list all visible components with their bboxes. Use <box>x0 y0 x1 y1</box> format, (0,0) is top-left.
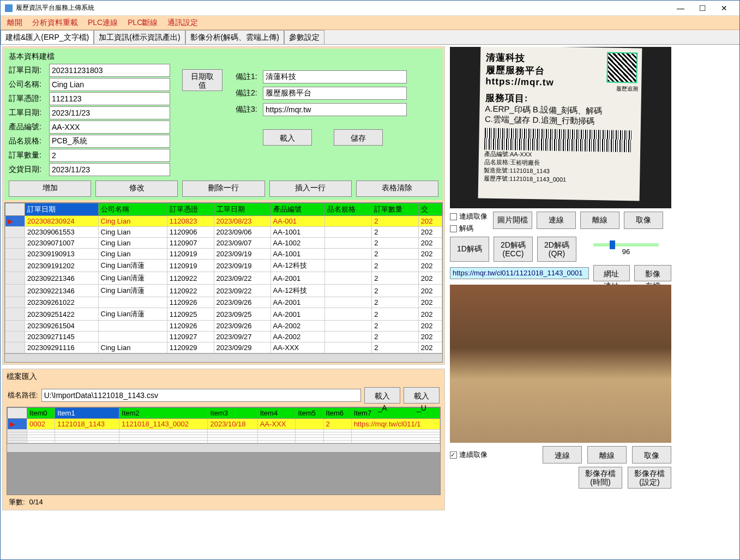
date-fetch-button[interactable]: 日期取值 <box>182 69 222 91</box>
lbl-prod-no: 產品編號: <box>9 122 48 132</box>
lbl-path: 檔名路徑: <box>8 390 38 400</box>
input-note3[interactable] <box>263 103 407 116</box>
image-save-button[interactable]: 影像存檔 <box>634 265 671 281</box>
table-row[interactable]: 202309071007Cing Lian11209072023/09/07AA… <box>5 238 442 249</box>
connect-button-2[interactable]: 連線 <box>543 446 582 463</box>
maximize-button[interactable]: ☐ <box>691 1 713 15</box>
url-link-button[interactable]: 網址連結 <box>593 265 630 281</box>
input-order-date[interactable] <box>49 64 170 77</box>
menu-reload[interactable]: 分析資料重載 <box>32 18 78 28</box>
table-row[interactable]: 202309221346Cing Lian清蓮11209222023/09/22… <box>5 285 442 297</box>
decode-result: https://mqr.tw/cl011/1121018_1143_0001 <box>450 267 589 279</box>
input-note2[interactable] <box>263 87 407 100</box>
lbl-order-date: 訂單日期: <box>9 65 48 75</box>
main-grid-scrollbar[interactable] <box>5 353 442 362</box>
decode-1d-button[interactable]: 1D解碼 <box>450 237 489 262</box>
camera-preview-2 <box>450 285 671 443</box>
tab-build-import[interactable]: 建檔&匯入(ERP_文字檔) <box>1 30 94 44</box>
qr-caption: 履歷追溯 <box>616 85 638 93</box>
clear-grid-button[interactable]: 表格清除 <box>356 180 438 197</box>
basic-title: 基本資料建檔 <box>9 52 438 62</box>
lbl-note3: 備註3: <box>236 105 262 115</box>
open-image-button[interactable]: 圖片開檔 <box>493 212 532 229</box>
connect-button[interactable]: 連線 <box>537 212 576 229</box>
input-note1[interactable] <box>263 70 407 83</box>
tab-image-analysis[interactable]: 影像分析(解碼、雲端上傳) <box>185 30 284 44</box>
menu-plc-disconnect[interactable]: PLC斷線 <box>128 18 158 28</box>
input-company[interactable] <box>49 78 170 91</box>
capture-button[interactable]: 取像 <box>624 212 663 229</box>
lbl-note2: 備註2: <box>236 88 262 98</box>
table-row[interactable]: 202309291116Cing Lian11209292023/09/29AA… <box>5 342 442 353</box>
label-preview: 履歷追溯 清蓮科技 履歷服務平台 https://mqr.tw 服務項目: A.… <box>450 47 671 208</box>
lbl-work-date: 工單日期: <box>9 108 48 118</box>
tab-process-info[interactable]: 加工資訊(標示資訊產出) <box>94 30 185 44</box>
input-prod-no[interactable] <box>49 121 170 134</box>
input-work-date[interactable] <box>49 106 170 119</box>
image-save-time-button[interactable]: 影像存檔 (時間) <box>579 467 622 489</box>
app-icon <box>5 4 13 12</box>
add-row-button[interactable]: 增加 <box>9 180 91 197</box>
insert-row-button[interactable]: 插入一行 <box>269 180 352 197</box>
tabbar: 建檔&匯入(ERP_文字檔) 加工資訊(標示資訊產出) 影像分析(解碼、雲端上傳… <box>1 30 739 45</box>
table-row[interactable]: ▶00021121018_11431121018_1143_00022023/1… <box>8 419 440 430</box>
import-grid[interactable]: Item0Item1Item2Item3Item4Item5Item6Item7… <box>7 407 441 495</box>
chk-continuous-capture-2[interactable]: 連續取像 <box>450 450 488 460</box>
input-path[interactable] <box>41 389 361 402</box>
decode-2d-qr-button[interactable]: 2D解碼 (QR) <box>537 237 576 262</box>
window-title: 履歷資訊平台服務上傳系統 <box>16 3 670 13</box>
load-button[interactable]: 載入 <box>263 129 312 146</box>
image-save-setting-button[interactable]: 影像存檔 (設定) <box>628 467 671 489</box>
input-deliver[interactable] <box>49 163 170 176</box>
chk-decode[interactable]: 解碼 <box>450 224 488 233</box>
file-import-panel: 檔案匯入 檔名路徑: 載入_A 載入_U Item0Item1Item2Item… <box>2 369 445 510</box>
titlebar: 履歷資訊平台服務上傳系統 — ☐ ✕ <box>1 1 739 16</box>
table-row[interactable]: 202309190913Cing Lian11209192023/09/19AA… <box>5 249 442 260</box>
input-voucher[interactable] <box>49 92 170 105</box>
import-grid-scrollbar[interactable] <box>7 443 440 452</box>
input-spec[interactable] <box>49 135 170 148</box>
basic-panel: 基本資料建檔 訂單日期: 公司名稱: 訂單憑證: 工單日期: 產品編號: 品名規… <box>2 46 445 365</box>
save-button[interactable]: 儲存 <box>334 129 383 146</box>
table-row[interactable]: 20230926102211209262023/09/26AA-20012202 <box>5 297 442 308</box>
lbl-voucher: 訂單憑證: <box>9 94 48 104</box>
load-u-button[interactable]: 載入_U <box>404 387 440 404</box>
lbl-deliver: 交貨日期: <box>9 165 48 174</box>
disconnect-button-2[interactable]: 離線 <box>587 446 627 463</box>
edit-row-button[interactable]: 修改 <box>95 180 178 197</box>
table-row[interactable]: 20230927114511209272023/09/27AA-20022202 <box>5 332 442 342</box>
input-qty[interactable] <box>49 149 170 162</box>
disconnect-button[interactable]: 離線 <box>580 212 619 229</box>
lbl-qty: 訂單數量: <box>9 150 48 160</box>
decode-2d-ecc-button[interactable]: 2D解碼 (ECC) <box>494 237 533 262</box>
qr-icon <box>606 52 637 83</box>
file-import-title: 檔案匯入 <box>4 371 443 383</box>
tab-param-settings[interactable]: 參數設定 <box>284 30 324 44</box>
table-row[interactable]: 202309251422Cing Lian清蓮11209252023/09/25… <box>5 308 442 321</box>
count-label: 筆數: <box>9 498 25 506</box>
slider-value: 96 <box>622 248 630 256</box>
count-value: 0/14 <box>29 498 43 506</box>
menu-plc-connect[interactable]: PLC連線 <box>88 18 118 28</box>
table-row[interactable]: 202309191202Cing Lian清蓮11209192023/09/19… <box>5 260 442 272</box>
lbl-spec: 品名規格: <box>9 136 48 146</box>
lbl-company: 公司名稱: <box>9 80 48 89</box>
menu-comm-settings[interactable]: 通訊設定 <box>167 18 198 28</box>
barcode-icon <box>484 128 632 153</box>
chk-continuous-capture[interactable]: 連續取像 <box>450 212 488 221</box>
minimize-button[interactable]: — <box>670 1 691 15</box>
threshold-slider[interactable] <box>593 243 659 246</box>
main-grid[interactable]: 訂單日期公司名稱訂單憑證工單日期產品編號品名規格訂單數量交▶2023082309… <box>4 202 443 363</box>
table-row[interactable]: 20230926150411209262023/09/26AA-20022202 <box>5 321 442 332</box>
menu-exit[interactable]: 離開 <box>7 18 22 28</box>
lbl-note1: 備註1: <box>236 72 262 82</box>
menubar: 離開 分析資料重載 PLC連線 PLC斷線 通訊設定 <box>1 16 739 30</box>
table-row[interactable]: 202309061553Cing Lian11209062023/09/06AA… <box>5 227 442 238</box>
load-a-button[interactable]: 載入_A <box>364 387 400 404</box>
table-row[interactable]: ▶202308230924Cing Lian11208232023/08/23A… <box>5 216 442 227</box>
capture-button-2[interactable]: 取像 <box>632 446 671 463</box>
table-row[interactable]: 202309221346Cing Lian清蓮11209222023/09/22… <box>5 272 442 285</box>
delete-row-button[interactable]: 刪除一行 <box>182 180 264 197</box>
close-button[interactable]: ✕ <box>713 1 735 15</box>
